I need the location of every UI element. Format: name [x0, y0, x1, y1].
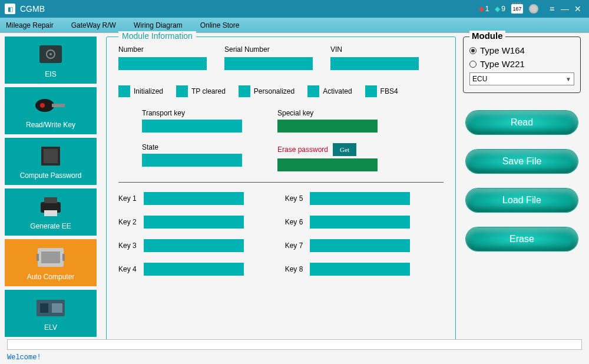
radio-on-icon — [469, 47, 477, 54]
fbs4-checkbox[interactable] — [365, 85, 377, 97]
svg-rect-13 — [37, 254, 39, 261]
key5-field[interactable] — [310, 192, 410, 205]
menu-online-store[interactable]: Online Store — [200, 21, 240, 29]
content-area: Module Information Number Serial Number … — [98, 33, 461, 348]
key6-field[interactable] — [310, 216, 410, 229]
safe-icon — [33, 42, 68, 68]
status-bar: Welcome! — [7, 353, 41, 362]
svg-rect-16 — [40, 303, 48, 313]
svg-rect-14 — [62, 254, 65, 261]
key4-label: Key 4 — [118, 265, 137, 273]
key3-field[interactable] — [144, 239, 244, 252]
sidebar-item-compute-password[interactable]: Compute Password — [5, 138, 97, 185]
gem-red-icon: 1 — [479, 5, 489, 13]
svg-rect-12 — [41, 252, 60, 263]
erase-password-field[interactable] — [277, 158, 378, 171]
chevron-down-icon: ▼ — [565, 76, 571, 82]
svg-rect-7 — [44, 149, 58, 163]
load-file-button[interactable]: Load File — [466, 188, 578, 212]
key2-field[interactable] — [144, 216, 244, 229]
sidebar-item-eis[interactable]: EIS — [5, 37, 97, 84]
module-legend: Module — [469, 31, 505, 41]
svg-point-4 — [40, 103, 45, 108]
module-information-panel: Module Information Number Serial Number … — [106, 37, 456, 343]
sidebar: EIS Read/Write Key Compute Password Gene… — [0, 33, 98, 348]
menu-gateway-rw[interactable]: GateWay R/W — [71, 21, 116, 29]
app-logo-icon: ◧ — [5, 4, 15, 14]
key7-label: Key 7 — [285, 241, 303, 250]
sidebar-item-auto-computer[interactable]: Auto Computer — [5, 239, 97, 286]
svg-point-2 — [49, 53, 52, 55]
radio-type-w164[interactable]: Type W164 — [469, 45, 574, 55]
sidebar-item-elv[interactable]: ELV — [5, 290, 97, 337]
state-label: State — [142, 143, 242, 151]
transport-key-field[interactable] — [142, 120, 242, 133]
app-title: CGMB — [20, 4, 45, 14]
radio-type-w221[interactable]: Type W221 — [469, 59, 574, 69]
serial-number-label: Serial Number — [224, 45, 313, 54]
vin-label: VIN — [330, 45, 419, 54]
erase-password-label: Erase password — [277, 145, 328, 154]
right-column: Module Type W164 Type W221 ECU▼ Read Sav… — [461, 33, 589, 348]
printer-icon — [33, 194, 68, 220]
key1-label: Key 1 — [118, 194, 137, 203]
ecu-icon — [33, 244, 68, 270]
gem-teal-icon: 9 — [495, 5, 505, 13]
svg-rect-10 — [44, 210, 57, 216]
menu-mileage-repair[interactable]: Mileage Repair — [6, 21, 54, 29]
number-label: Number — [118, 45, 207, 54]
save-file-button[interactable]: Save File — [466, 150, 578, 173]
number-field[interactable] — [118, 57, 207, 70]
key8-label: Key 8 — [285, 265, 303, 273]
state-field[interactable] — [142, 154, 242, 167]
menu-icon[interactable]: ≡ — [545, 4, 558, 14]
minimize-button[interactable]: — — [558, 4, 571, 14]
key2-label: Key 2 — [118, 218, 137, 226]
medal-icon[interactable] — [529, 4, 538, 14]
calendar-icon[interactable]: 167 — [511, 4, 523, 14]
sidebar-item-read-write-key[interactable]: Read/Write Key — [5, 87, 97, 134]
activated-checkbox[interactable] — [307, 85, 319, 97]
vin-field[interactable] — [330, 57, 419, 70]
personalized-checkbox[interactable] — [239, 85, 250, 97]
key4-field[interactable] — [144, 263, 244, 276]
initialized-checkbox[interactable] — [118, 85, 130, 97]
svg-rect-9 — [44, 197, 57, 203]
title-bar: ◧ CGMB 1 9 167 ≡ — ✕ — [0, 0, 589, 18]
tp-cleared-checkbox[interactable] — [176, 85, 188, 97]
menu-wiring-diagram[interactable]: Wiring Diagram — [134, 21, 183, 29]
key8-field[interactable] — [310, 263, 410, 276]
module-select-panel: Module Type W164 Type W221 ECU▼ — [463, 37, 581, 93]
key1-field[interactable] — [144, 192, 244, 205]
titlebar-stats: 1 9 167 — [479, 4, 538, 14]
panel-legend: Module Information — [118, 31, 196, 41]
serial-number-field[interactable] — [224, 57, 313, 70]
svg-rect-5 — [52, 104, 65, 107]
close-button[interactable]: ✕ — [571, 4, 584, 14]
chip-icon — [33, 143, 68, 169]
read-button[interactable]: Read — [466, 111, 578, 134]
erase-button[interactable]: Erase — [466, 227, 578, 251]
status-input[interactable] — [7, 339, 582, 350]
sidebar-item-generate-ee[interactable]: Generate EE — [5, 188, 97, 236]
get-button[interactable]: Get — [333, 143, 356, 156]
svg-rect-17 — [52, 303, 62, 313]
key3-label: Key 3 — [118, 241, 137, 250]
transport-key-label: Transport key — [142, 109, 242, 117]
module-combo[interactable]: ECU▼ — [469, 72, 574, 85]
key-fob-icon — [33, 92, 68, 118]
radio-off-icon — [469, 61, 477, 68]
separator — [118, 182, 444, 183]
key5-label: Key 5 — [285, 194, 303, 203]
special-key-field[interactable] — [277, 120, 378, 133]
key6-label: Key 6 — [285, 218, 303, 226]
board-icon — [33, 295, 68, 321]
special-key-label: Special key — [277, 109, 378, 117]
key7-field[interactable] — [310, 239, 410, 252]
